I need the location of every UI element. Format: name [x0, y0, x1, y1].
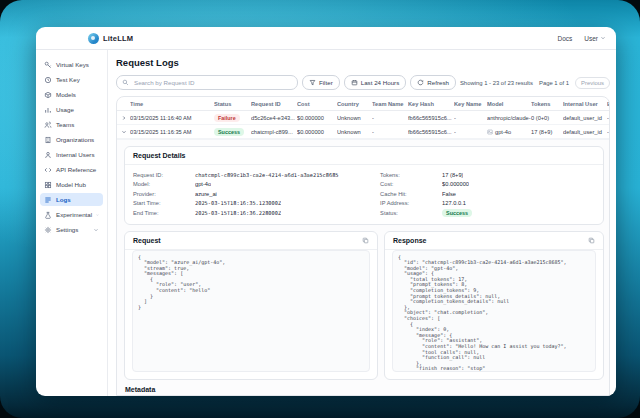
col-header-cost: Cost: [297, 101, 337, 107]
sidebar-item-label: Experimental: [56, 211, 92, 218]
gear-icon: [44, 226, 52, 234]
col-header-end-user: End User: [607, 101, 610, 107]
chevron-down-icon: [600, 35, 606, 41]
cell-time: 03/15/2025 11:16:40 AM: [130, 115, 214, 121]
success-badge: Success: [214, 128, 244, 136]
request-panel-title: Request: [133, 237, 161, 244]
sidebar-item-label: Test Key: [56, 76, 80, 83]
gradient-background-frame: LiteLLM Docs User Virtual Keys Test Key: [0, 0, 640, 418]
chevron-down-icon: [93, 227, 99, 233]
sidebar-item-api-reference[interactable]: API Reference: [40, 163, 103, 176]
cell-model: gpt-4o: [487, 129, 531, 135]
cell-team-name: -: [372, 115, 408, 121]
copy-icon[interactable]: [362, 237, 369, 244]
page-indicator: Page 1 of 1: [539, 80, 569, 86]
sidebar-item-teams[interactable]: Teams: [40, 118, 103, 131]
sidebar-item-label: Logs: [56, 196, 71, 203]
test-key-icon: [44, 76, 52, 84]
sidebar-item-organizations[interactable]: Organizations: [40, 133, 103, 146]
page-title: Request Logs: [116, 57, 610, 68]
sidebar: Virtual Keys Test Key Models Usage Teams: [36, 50, 108, 396]
results-count: Showing 1 - 23 of 23 results: [460, 80, 533, 86]
col-header-key-hash: Key Hash: [408, 101, 454, 107]
provider-logo-icon: [487, 129, 493, 135]
field-label: Start Time:: [133, 200, 195, 206]
field-label: Model:: [133, 181, 195, 187]
docs-link[interactable]: Docs: [557, 35, 572, 42]
sidebar-item-virtual-keys[interactable]: Virtual Keys: [40, 58, 103, 71]
provider-value: azure_ai: [195, 191, 217, 197]
sidebar-item-label: Virtual Keys: [56, 61, 89, 68]
sidebar-item-experimental[interactable]: Experimental: [40, 208, 103, 221]
field-label: Cache Hit:: [380, 191, 442, 197]
sidebar-item-test-key[interactable]: Test Key: [40, 73, 103, 86]
sidebar-item-models[interactable]: Models: [40, 88, 103, 101]
people-icon: [44, 121, 52, 129]
cell-cost: $0.000000: [297, 129, 337, 135]
copy-icon[interactable]: [588, 237, 595, 244]
col-header-key-name: Key Name: [454, 101, 487, 107]
cube-icon: [44, 91, 52, 99]
tokens-value: 17 (8+9): [442, 172, 463, 178]
col-header-team-name: Team Name: [372, 101, 408, 107]
main-content: Request Logs Filter Last 24 Hours: [108, 50, 616, 396]
details-left-column: Request ID:chatcmpl-c899c1b3-ca2e-4214-a…: [133, 170, 380, 218]
field-label: Provider:: [133, 191, 195, 197]
request-details-title: Request Details: [133, 152, 186, 159]
expand-row-icon[interactable]: [117, 115, 130, 121]
sidebar-item-internal-users[interactable]: Internal Users: [40, 148, 103, 161]
cell-country: Unknown: [337, 115, 372, 121]
col-header-country: Country: [337, 101, 372, 107]
search-input[interactable]: [132, 78, 292, 87]
table-row[interactable]: 03/15/2025 11:16:35 AM Success chatcmpl-…: [117, 125, 609, 139]
cost-value: $0.000000: [442, 181, 469, 187]
cell-country: Unknown: [337, 129, 372, 135]
previous-page-button[interactable]: Previous: [575, 77, 610, 89]
refresh-icon: [417, 79, 424, 86]
user-icon: [44, 151, 52, 159]
refresh-button[interactable]: Refresh: [410, 75, 456, 90]
sidebar-item-logs[interactable]: Logs: [40, 193, 103, 206]
cell-key-hash: fb66c565915c6...: [408, 115, 454, 121]
col-header-time: Time: [130, 101, 214, 107]
user-menu[interactable]: User: [584, 35, 606, 42]
cell-team-name: -: [372, 129, 408, 135]
search-icon: [122, 79, 129, 86]
start-time-value: 2025-03-15T18:16:35.123000Z: [195, 200, 281, 206]
cell-end-user: -: [607, 115, 610, 121]
col-header-request-id: Request ID: [251, 101, 297, 107]
cell-end-user: -: [607, 129, 610, 135]
field-label: IP Address:: [380, 200, 442, 206]
field-label: Status:: [380, 210, 442, 216]
col-header-internal-user: Internal User: [563, 101, 607, 107]
cell-model: anthropic/claude-...: [487, 115, 531, 121]
ip-address-value: 127.0.0.1: [442, 200, 466, 206]
sidebar-item-usage[interactable]: Usage: [40, 103, 103, 116]
building-icon: [44, 136, 52, 144]
sidebar-item-settings[interactable]: Settings: [40, 223, 103, 236]
failure-badge: Failure: [214, 114, 240, 122]
code-icon: [44, 166, 52, 174]
sidebar-item-label: Teams: [56, 121, 74, 128]
col-header-status: Status: [214, 101, 251, 107]
cache-hit-value: False: [442, 191, 456, 197]
cell-request-id: d5c26ce4-e343...: [251, 115, 297, 121]
flask-icon: [44, 211, 52, 219]
collapse-row-icon[interactable]: [117, 129, 130, 135]
expanded-row-detail: Request Details Request ID:chatcmpl-c899…: [117, 139, 609, 395]
funnel-icon: [309, 79, 316, 86]
litellm-logo: [88, 33, 99, 44]
metadata-title: Metadata: [125, 386, 604, 393]
cell-request-id: chatcmpl-c899...: [251, 129, 297, 135]
table-row[interactable]: 03/15/2025 11:16:40 AM Failure d5c26ce4-…: [117, 111, 609, 125]
pagination: Showing 1 - 23 of 23 results Page 1 of 1…: [460, 77, 610, 89]
request-details-card: Request Details Request ID:chatcmpl-c899…: [124, 146, 604, 225]
response-json: { "id": "chatcmpl-c899c1b3-ca2e-4214-a6d…: [398, 255, 590, 372]
grid-icon: [44, 181, 52, 189]
filter-button[interactable]: Filter: [302, 75, 340, 90]
key-icon: [44, 61, 52, 69]
time-range-button[interactable]: Last 24 Hours: [344, 75, 407, 90]
metadata-section: Metadata: [124, 386, 604, 396]
sidebar-item-model-hub[interactable]: Model Hub: [40, 178, 103, 191]
field-label: Cost:: [380, 181, 442, 187]
